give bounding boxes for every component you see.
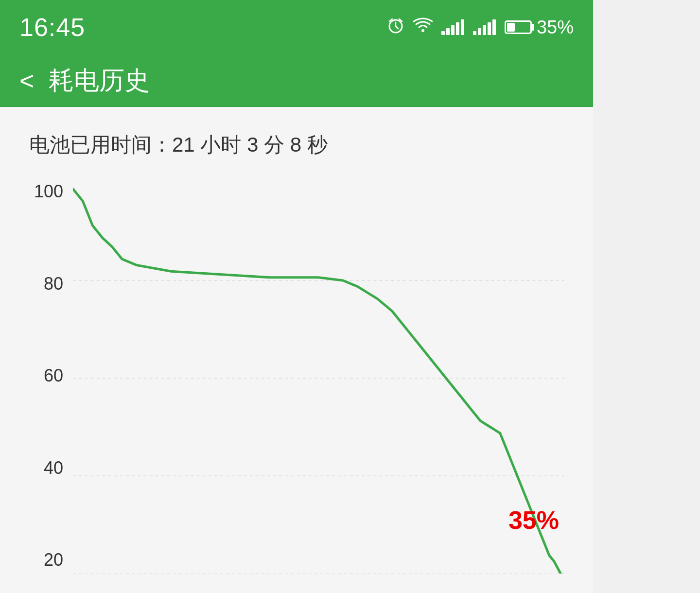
signal-bars-2 — [473, 19, 496, 35]
battery-icon — [505, 20, 532, 34]
signal-bars-1 — [441, 19, 464, 35]
svg-point-5 — [421, 29, 424, 32]
status-time: 16:45 — [19, 13, 85, 42]
page-title: 耗电历史 — [49, 64, 150, 98]
battery-time-label: 电池已用时间：21 小时 3 分 8 秒 — [29, 131, 564, 158]
nav-bar: < 耗电历史 — [0, 54, 593, 107]
back-button[interactable]: < — [19, 68, 34, 93]
battery-indicator: 35% — [505, 17, 574, 38]
wifi-icon — [413, 17, 433, 38]
current-percent-label: 35% — [508, 506, 559, 535]
y-label-40: 40 — [29, 459, 63, 477]
y-label-60: 60 — [29, 367, 63, 384]
chart-plot: 35% — [73, 183, 564, 574]
chart-area: 100 80 60 40 20 — [29, 183, 564, 574]
status-bar: 16:45 — [0, 0, 593, 54]
svg-line-2 — [396, 26, 398, 29]
phone-screen: 16:45 — [0, 0, 593, 593]
status-icons: 35% — [387, 17, 574, 38]
battery-percent: 35% — [537, 17, 574, 38]
alarm-icon — [387, 17, 404, 38]
y-label-80: 80 — [29, 275, 63, 293]
discharge-curve — [73, 189, 564, 574]
y-label-100: 100 — [29, 183, 63, 200]
y-axis-labels: 100 80 60 40 20 — [29, 183, 63, 574]
main-content: 电池已用时间：21 小时 3 分 8 秒 100 80 60 40 20 — [0, 107, 593, 593]
y-label-20: 20 — [29, 551, 63, 569]
battery-chart-svg — [73, 183, 564, 574]
